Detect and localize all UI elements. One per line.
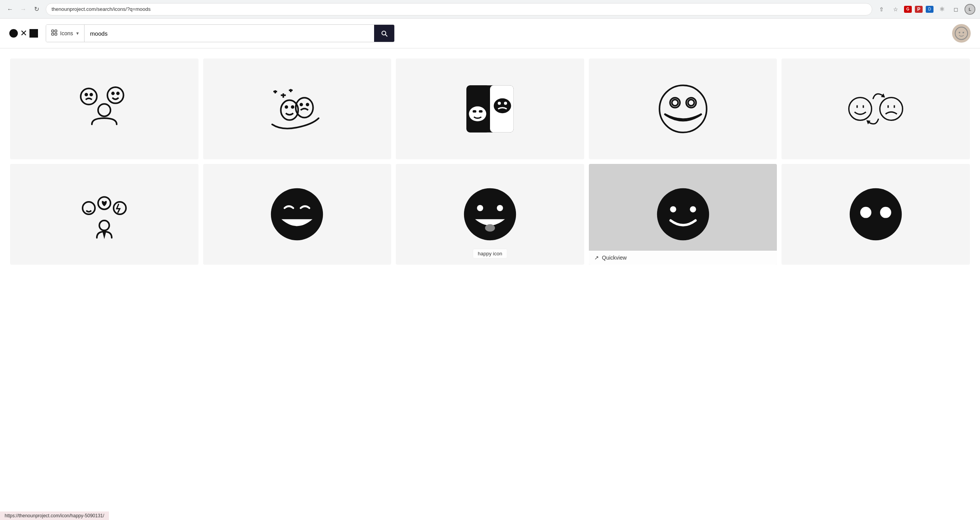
logo-x: ✕: [20, 29, 27, 38]
icon-1-container: [10, 59, 198, 159]
svg-point-35: [659, 85, 707, 133]
svg-point-64: [880, 207, 891, 218]
icon-card-7[interactable]: [203, 164, 392, 265]
extension-red-icon[interactable]: P: [915, 6, 923, 13]
browser-chrome: ← → ↻ thenounproject.com/search/icons/?q…: [0, 0, 980, 19]
browser-nav-buttons: ← → ↻: [5, 4, 42, 15]
svg-point-15: [286, 106, 288, 108]
forward-button[interactable]: →: [18, 4, 29, 15]
svg-point-5: [959, 32, 960, 33]
svg-point-34: [504, 102, 507, 105]
icon-card-10[interactable]: [782, 164, 970, 265]
icon-card-2[interactable]: [203, 59, 392, 159]
icon-4-container: [589, 59, 777, 159]
svg-rect-0: [52, 30, 53, 32]
icon-10-container: [782, 164, 970, 265]
svg-point-37: [688, 100, 694, 106]
icon-card-5[interactable]: [782, 59, 970, 159]
svg-point-61: [690, 206, 696, 212]
header-right: [952, 24, 971, 43]
svg-point-63: [860, 207, 871, 218]
search-input[interactable]: [85, 25, 374, 42]
icons-grid: happy icon ↗ Quickview: [0, 48, 980, 275]
svg-point-33: [498, 102, 501, 105]
chevron-down-icon: ▼: [75, 31, 79, 36]
svg-point-59: [657, 188, 709, 240]
profile-button[interactable]: L: [964, 4, 975, 15]
icon-card-9[interactable]: ↗ Quickview: [589, 164, 777, 265]
icon-8-tooltip: happy icon: [473, 249, 507, 258]
icon-card-6[interactable]: [10, 164, 198, 265]
svg-point-4: [955, 27, 968, 40]
svg-point-19: [307, 103, 309, 105]
bookmark-button[interactable]: ☆: [890, 4, 901, 15]
svg-point-45: [880, 98, 903, 121]
search-icon: [380, 29, 388, 37]
avatar[interactable]: [952, 24, 971, 43]
svg-rect-1: [55, 30, 57, 32]
svg-rect-2: [52, 33, 53, 35]
icon-9-container: [589, 164, 777, 265]
search-type-label: Icons: [60, 30, 73, 36]
quickview-bar[interactable]: ↗ Quickview: [589, 251, 777, 265]
logo-circle: [9, 29, 18, 38]
svg-point-18: [300, 103, 302, 105]
icon-3-container: [396, 59, 584, 159]
logo: ✕: [9, 29, 38, 38]
back-button[interactable]: ←: [5, 4, 16, 15]
svg-point-50: [99, 220, 109, 231]
reload-button[interactable]: ↻: [31, 4, 42, 15]
svg-rect-32: [479, 110, 483, 112]
svg-point-13: [117, 93, 119, 95]
svg-line-40: [664, 114, 666, 115]
svg-point-10: [90, 94, 92, 96]
extension-blue-icon[interactable]: D: [926, 6, 933, 13]
svg-point-6: [963, 32, 964, 33]
svg-point-9: [85, 94, 87, 96]
icon-card-3[interactable]: [396, 59, 584, 159]
svg-point-58: [485, 224, 495, 232]
icon-6-container: [10, 164, 198, 265]
extensions-button[interactable]: ⚛: [937, 4, 947, 15]
svg-point-60: [670, 206, 676, 212]
search-bar: Icons ▼: [46, 24, 395, 42]
svg-point-55: [464, 188, 516, 240]
svg-rect-31: [473, 110, 476, 112]
svg-point-56: [477, 205, 483, 211]
icon-5-container: [782, 59, 970, 159]
icon-card-1[interactable]: [10, 59, 198, 159]
search-type-selector[interactable]: Icons ▼: [46, 25, 85, 42]
svg-point-8: [81, 88, 97, 105]
address-bar[interactable]: thenounproject.com/search/icons/?q=moods: [46, 3, 872, 15]
svg-point-36: [672, 100, 678, 106]
search-button[interactable]: [374, 25, 394, 42]
icon-7-container: [203, 164, 392, 265]
external-link-icon: ↗: [594, 255, 599, 261]
app-header: ✕ Icons ▼: [0, 19, 980, 48]
extension-google-icon[interactable]: G: [904, 6, 912, 13]
svg-point-29: [469, 107, 487, 121]
svg-rect-3: [55, 33, 57, 35]
quickview-label: Quickview: [602, 255, 627, 261]
svg-line-41: [700, 114, 701, 115]
svg-point-30: [494, 98, 511, 113]
icon-2-container: [203, 59, 392, 159]
browser-actions: ⇧ ☆ G P D ⚛ ◻ L: [876, 4, 975, 15]
icon-card-4[interactable]: [589, 59, 777, 159]
svg-point-62: [850, 188, 902, 240]
icon-card-8[interactable]: happy icon: [396, 164, 584, 265]
icons-type-icon: [51, 29, 58, 38]
url-text: thenounproject.com/search/icons/?q=moods: [52, 6, 150, 12]
svg-point-12: [112, 93, 114, 95]
svg-point-16: [292, 106, 294, 108]
svg-point-57: [497, 205, 503, 211]
svg-point-7: [98, 104, 110, 116]
svg-point-42: [849, 98, 872, 121]
svg-point-54: [271, 188, 323, 240]
svg-point-11: [107, 87, 124, 103]
split-view-button[interactable]: ◻: [951, 4, 961, 15]
logo-square: [29, 29, 38, 38]
share-button[interactable]: ⇧: [876, 4, 887, 15]
